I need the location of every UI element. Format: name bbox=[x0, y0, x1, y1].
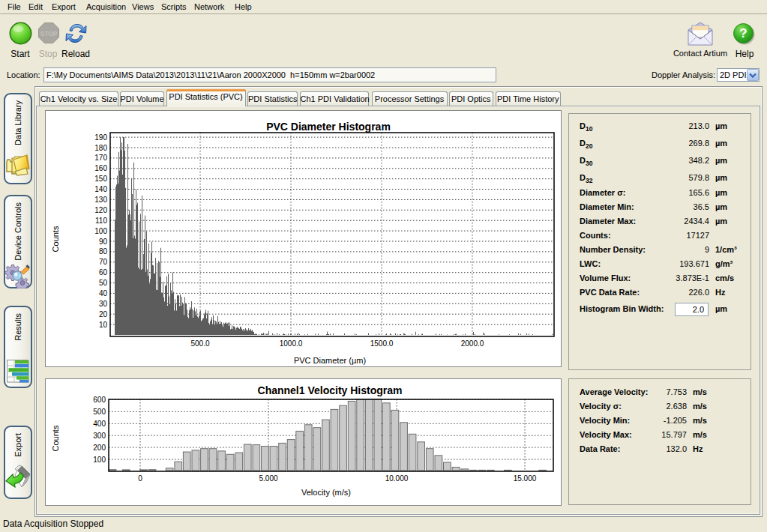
svg-text:PVC Diameter (µm): PVC Diameter (µm) bbox=[294, 356, 366, 365]
svg-text:40: 40 bbox=[99, 289, 108, 297]
svg-text:50: 50 bbox=[99, 279, 108, 287]
svg-text:1500.0: 1500.0 bbox=[370, 339, 394, 348]
svg-text:20: 20 bbox=[99, 310, 108, 318]
svg-text:5.000: 5.000 bbox=[259, 474, 277, 483]
svg-text:Channel1 Velocity Histogram: Channel1 Velocity Histogram bbox=[258, 384, 403, 396]
svg-text:160: 160 bbox=[94, 164, 107, 172]
svg-text:10.000: 10.000 bbox=[385, 474, 409, 483]
svg-text:110: 110 bbox=[95, 217, 107, 225]
svg-text:90: 90 bbox=[99, 238, 108, 246]
svg-text:180: 180 bbox=[94, 144, 107, 152]
svg-text:15.000: 15.000 bbox=[514, 474, 537, 483]
svg-text:?: ? bbox=[739, 26, 747, 40]
svg-text:140: 140 bbox=[94, 185, 107, 193]
svg-text:PVC Diameter Histogram: PVC Diameter Histogram bbox=[266, 121, 391, 133]
svg-text:STOP: STOP bbox=[40, 30, 58, 37]
svg-text:100: 100 bbox=[94, 227, 107, 235]
svg-text:10: 10 bbox=[99, 321, 108, 329]
svg-text:300: 300 bbox=[93, 432, 106, 440]
svg-text:500.0: 500.0 bbox=[190, 339, 209, 348]
svg-text:150: 150 bbox=[94, 175, 107, 183]
svg-text:70: 70 bbox=[99, 258, 108, 266]
svg-text:60: 60 bbox=[99, 268, 108, 276]
svg-text:0: 0 bbox=[138, 474, 142, 483]
svg-text:500: 500 bbox=[93, 408, 106, 416]
svg-text:200: 200 bbox=[93, 444, 106, 452]
svg-text:130: 130 bbox=[94, 196, 107, 204]
svg-text:2000.0: 2000.0 bbox=[461, 339, 484, 348]
svg-text:120: 120 bbox=[94, 206, 107, 214]
svg-text:400: 400 bbox=[93, 420, 106, 428]
svg-text:190: 190 bbox=[94, 133, 107, 142]
svg-text:1000.0: 1000.0 bbox=[280, 339, 303, 348]
svg-text:170: 170 bbox=[94, 154, 107, 162]
svg-text:80: 80 bbox=[99, 247, 108, 256]
svg-text:Counts: Counts bbox=[51, 425, 60, 451]
svg-text:Counts: Counts bbox=[51, 226, 60, 252]
svg-text:Velocity (m/s): Velocity (m/s) bbox=[301, 488, 351, 497]
svg-text:100: 100 bbox=[93, 456, 106, 464]
svg-text:600: 600 bbox=[93, 396, 106, 404]
svg-text:30: 30 bbox=[99, 300, 108, 308]
